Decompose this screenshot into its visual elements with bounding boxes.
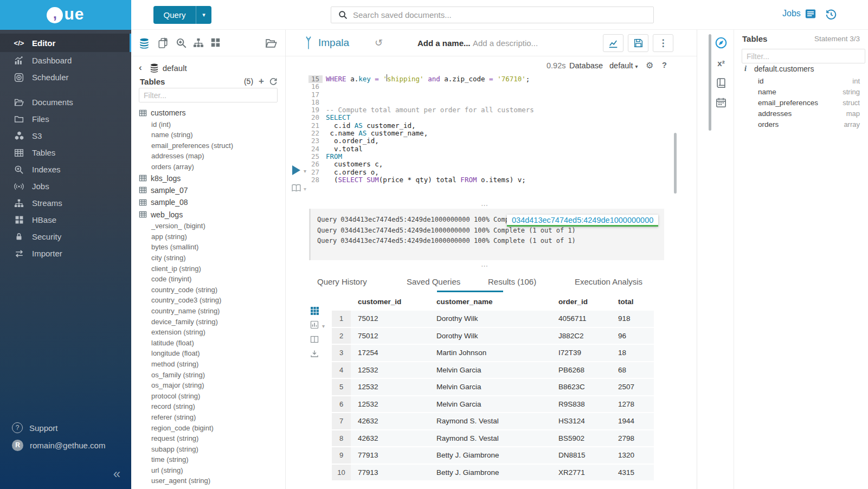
tree-column[interactable]: _version_ (bigint) [139, 221, 285, 231]
tree-column[interactable]: record (string) [139, 401, 285, 412]
sidebar-item-streams[interactable]: Streams [0, 195, 131, 211]
tree-table-customers[interactable]: customers [139, 107, 285, 119]
run-options-caret-icon[interactable]: ▾ [304, 168, 306, 174]
code-line-28[interactable]: 28 (SELECT SUM(price * qty) total FROM o… [308, 176, 534, 184]
query-caret-icon[interactable]: ▾ [196, 6, 211, 24]
query-description-field[interactable]: Add a descriptio... [473, 38, 538, 48]
format-caret-icon[interactable]: ▾ [304, 186, 306, 192]
tree-column[interactable]: client_ip (string) [139, 263, 285, 274]
table-row[interactable]: 842632Raymond S. VestalBS59022798 [332, 430, 654, 447]
assistant-compass-icon[interactable] [715, 36, 728, 49]
page-scrollbar[interactable] [709, 34, 711, 131]
database-breadcrumb[interactable]: ‹ default [131, 62, 187, 73]
chart-options-caret-icon[interactable]: ▾ [322, 323, 325, 329]
column-header-customer_id[interactable]: customer_id [351, 298, 429, 310]
tree-column[interactable]: time (string) [139, 454, 285, 465]
sidebar-item-files[interactable]: Files [0, 111, 131, 127]
code-line-21[interactable]: 21 c.id AS customer_id, [308, 122, 534, 130]
code-line-25[interactable]: 25FROM [308, 153, 534, 160]
run-query-button[interactable] [292, 165, 300, 175]
table-row[interactable]: 412532Melvin GarciaPB626868 [332, 362, 654, 378]
tree-column[interactable]: name (string) [139, 130, 285, 140]
tree-column[interactable]: city (string) [139, 253, 285, 263]
code-line-18[interactable]: 18 [308, 99, 534, 106]
schedule-calendar-icon[interactable] [716, 97, 726, 108]
chart-button[interactable] [603, 34, 623, 52]
tab-execution-analysis[interactable]: Execution Analysis [575, 277, 642, 286]
code-line-26[interactable]: 26 customers c, [308, 160, 534, 168]
documents-copy-icon[interactable] [157, 37, 169, 49]
code-editor[interactable]: 15WHERE a.key = 'shipping' and a.zip_cod… [308, 75, 534, 184]
tree-column[interactable]: latitude (float) [139, 337, 285, 348]
right-column-addresses[interactable]: addressesmap [734, 108, 868, 119]
sidebar-item-dashboard[interactable]: Dashboard [0, 52, 131, 69]
right-filter-input[interactable] [742, 49, 865, 63]
database-select[interactable]: default ▾ [609, 61, 638, 70]
tree-column[interactable]: country_code3 (string) [139, 295, 285, 306]
tree-column[interactable]: extension (string) [139, 327, 285, 338]
tree-column[interactable]: addresses (map) [139, 151, 285, 162]
sidebar-item-support[interactable]: ? Support [0, 420, 131, 436]
right-column-email_preferences[interactable]: email_preferencesstruct [734, 97, 868, 108]
table-row[interactable]: 742632Raymond S. VestalHS31241944 [332, 413, 654, 429]
sidebar-item-importer[interactable]: Importer [0, 245, 131, 262]
column-header-order_id[interactable]: order_id [551, 298, 611, 310]
download-icon[interactable] [310, 350, 319, 358]
sidebar-item-documents[interactable]: Documents [0, 94, 131, 111]
open-book-icon[interactable] [291, 184, 301, 192]
open-folder-icon[interactable] [265, 37, 277, 49]
tree-column[interactable]: user_agent (string) [139, 475, 285, 486]
tree-column[interactable]: region_code (bigint) [139, 422, 285, 433]
column-header-total[interactable]: total [611, 298, 654, 310]
refresh-icon[interactable] [269, 77, 278, 86]
jobs-link[interactable]: Jobs [782, 9, 816, 18]
settings-gear-icon[interactable]: ⚙ [646, 60, 653, 70]
column-header-customer_name[interactable]: customer_name [429, 298, 551, 310]
new-query-button[interactable]: Query ▾ [153, 6, 211, 24]
sidebar-item-hbase[interactable]: HBase [0, 211, 131, 228]
tree-column[interactable]: country_code (string) [139, 284, 285, 295]
engine-name[interactable]: Impala [318, 37, 349, 49]
databases-icon[interactable] [138, 37, 150, 49]
resize-handle-top[interactable]: ⋯ [481, 201, 488, 209]
table-row[interactable]: 977913Betty J. GiambroneDN88151320 [332, 447, 654, 464]
code-line-24[interactable]: 24 v.total [308, 145, 534, 153]
tab-saved-queries[interactable]: Saved Queries [407, 277, 460, 286]
code-line-23[interactable]: 23 o.order_id, [308, 137, 534, 145]
sitemap-icon[interactable] [193, 37, 204, 48]
search-input[interactable] [353, 10, 653, 20]
functions-icon[interactable]: x² [717, 59, 724, 68]
right-column-name[interactable]: namestring [734, 86, 868, 97]
code-line-19[interactable]: 19-- Compute total amount per order for … [308, 106, 534, 114]
tree-column[interactable]: app (string) [139, 231, 285, 242]
sidebar-item-security[interactable]: Security [0, 228, 131, 245]
code-line-20[interactable]: 20SELECT [308, 114, 534, 121]
table-filter-input[interactable] [139, 88, 278, 102]
code-line-22[interactable]: 22 c.name AS customer_name, [308, 130, 534, 137]
tree-column[interactable]: url (string) [139, 465, 285, 476]
sidebar-item-scheduler[interactable]: Scheduler [0, 69, 131, 86]
sidebar-item-indexes[interactable]: Indexes [0, 161, 131, 178]
help-icon[interactable]: ? [662, 61, 667, 69]
tree-column[interactable]: method (string) [139, 359, 285, 370]
active-table-name[interactable]: default.customers [754, 65, 814, 73]
more-actions-button[interactable]: ⋮ [653, 34, 673, 52]
table-row[interactable]: 317254Martin JohnsonI72T3918 [332, 345, 654, 361]
tree-table-web_logs[interactable]: web_logs [139, 209, 285, 221]
query-name-field[interactable]: Add a name... [417, 38, 471, 48]
tree-column[interactable]: request (string) [139, 433, 285, 444]
undo-history-icon[interactable]: ↺ [375, 37, 383, 49]
code-line-15[interactable]: 15WHERE a.key = 'shipping' and a.zip_cod… [308, 75, 534, 83]
chevron-left-icon[interactable]: ‹ [139, 62, 142, 73]
tree-column[interactable]: os_family (string) [139, 369, 285, 380]
tree-column[interactable]: bytes (smallint) [139, 242, 285, 253]
tree-column[interactable]: country_name (string) [139, 306, 285, 317]
save-button[interactable] [628, 34, 648, 52]
columns-view-icon[interactable] [310, 335, 319, 344]
table-row[interactable]: 175012Dorothy Wilk4056711918 [332, 311, 654, 327]
resize-handle-bottom[interactable]: ⋯ [481, 262, 488, 270]
sidebar-item-jobs[interactable]: Jobs [0, 178, 131, 195]
tab-results-106-[interactable]: Results (106) [488, 277, 536, 286]
query-history-icon[interactable] [825, 9, 837, 21]
tree-column[interactable]: subapp (string) [139, 443, 285, 454]
